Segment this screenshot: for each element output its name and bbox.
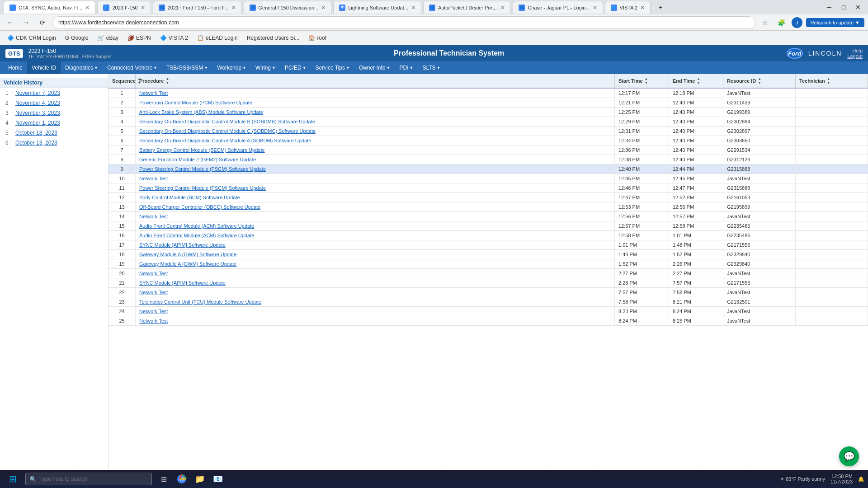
- procedure-link[interactable]: Power Steering Control Module (PSCM) Sof…: [139, 185, 266, 191]
- chat-button[interactable]: 💬: [839, 446, 859, 466]
- tab-close-lightning[interactable]: ✕: [411, 5, 415, 11]
- tab-chase[interactable]: 🔵 Chase - Jaguar PL - Login... ✕: [513, 1, 603, 14]
- sidebar-item-1[interactable]: 1 November 7, 2023: [0, 88, 108, 98]
- procedure-link[interactable]: Powertrain Control Module (PCM) Software…: [139, 100, 252, 105]
- procedure-link[interactable]: Gateway Module A (GWM) Software Update: [139, 261, 236, 267]
- restore-button[interactable]: □: [837, 1, 850, 14]
- procedure-link[interactable]: Network Test: [139, 90, 168, 96]
- sidebar-item-3[interactable]: 3 November 3, 2023: [0, 108, 108, 118]
- tab-lightning[interactable]: 🌩 Lightning Software Updat... ✕: [333, 1, 421, 14]
- tab-close-ota[interactable]: ✕: [85, 5, 90, 11]
- procedure-link[interactable]: Audio Front Control Module (ACM) Softwar…: [139, 233, 254, 238]
- sort-technician[interactable]: ▲▼: [827, 77, 830, 85]
- procedure-link[interactable]: Generic Function Module 2 (GFM2) Softwar…: [139, 157, 256, 162]
- sort-procedure[interactable]: ▲▼: [165, 77, 169, 85]
- sidebar-item-6[interactable]: 6 October 13, 2023: [0, 138, 108, 148]
- nav-connected-vehicle[interactable]: Connected Vehicle▼: [103, 61, 162, 74]
- procedure-link[interactable]: Network Test: [139, 214, 168, 219]
- procedure-link[interactable]: Gateway Module A (GWM) Software Update: [139, 252, 236, 257]
- tab-close-autoipacket[interactable]: ✕: [500, 5, 505, 11]
- procedure-link[interactable]: Secondary On-Board Diagnostic Control Mo…: [139, 119, 315, 124]
- close-button[interactable]: ✕: [852, 1, 864, 14]
- tab-close-vista2[interactable]: ✕: [640, 5, 645, 11]
- procedure-link[interactable]: Network Test: [139, 318, 168, 324]
- start-button[interactable]: ⊞: [4, 471, 22, 487]
- procedure-link[interactable]: Off-Board Charger Controller (OBCC) Soft…: [139, 204, 260, 210]
- tab-general[interactable]: 🔵 General F150 Discussion... ✕: [244, 1, 332, 14]
- taskbar-taskview[interactable]: ⊞: [156, 471, 172, 487]
- nav-home[interactable]: Home: [4, 61, 27, 74]
- taskbar-chrome[interactable]: [174, 471, 190, 487]
- procedure-link[interactable]: Network Test: [139, 309, 168, 314]
- tab-close-2023f150[interactable]: ✕: [141, 5, 145, 11]
- procedure-link[interactable]: SYNC Module [APIM] Software Update: [139, 280, 226, 286]
- col-resource-id[interactable]: Resource ID ▲▼: [723, 74, 796, 88]
- nav-vehicle-id[interactable]: Vehicle ID: [27, 61, 61, 74]
- nav-diagnostics[interactable]: Diagnostics▼: [61, 61, 103, 74]
- nav-tsb[interactable]: TSB/GSB/SSM▼: [162, 61, 212, 74]
- tab-2023f150[interactable]: 🔷 2023 F-150 ✕: [97, 1, 151, 14]
- notification-icon[interactable]: 🔔: [858, 476, 864, 482]
- nav-pced[interactable]: PC/ED▼: [280, 61, 311, 74]
- relaunch-button[interactable]: Relaunch to update ▼: [806, 18, 864, 27]
- sort-end-time[interactable]: ▲▼: [697, 77, 700, 85]
- nav-service-tips[interactable]: Service Tips▼: [311, 61, 354, 74]
- sidebar-item-2[interactable]: 2 November 4, 2023: [0, 98, 108, 108]
- bookmark-vista2[interactable]: 🔷 VISTA 2: [156, 34, 192, 42]
- tab-close-general[interactable]: ✕: [321, 5, 326, 11]
- bookmark-google[interactable]: G Google: [61, 34, 92, 42]
- procedure-link[interactable]: Network Test: [139, 290, 168, 295]
- tab-close-chase[interactable]: ✕: [593, 5, 597, 11]
- nav-wiring[interactable]: Wiring▼: [251, 61, 280, 74]
- sort-resource-id[interactable]: ▲▼: [758, 77, 761, 85]
- procedure-link[interactable]: Secondary On-Board Diagnostic Control Mo…: [139, 138, 311, 143]
- profile-button[interactable]: J: [792, 17, 802, 28]
- procedure-link[interactable]: Audio Front Control Module (ACM) Softwar…: [139, 223, 254, 229]
- bookmark-roof[interactable]: 🏠 roof: [305, 34, 330, 42]
- bookmark-elead[interactable]: 📋 eLEAD Login: [193, 34, 241, 42]
- procedure-link[interactable]: Network Test: [139, 271, 168, 276]
- procedure-link[interactable]: Secondary On-Board Diagnostic Control Mo…: [139, 128, 316, 134]
- bookmark-registered[interactable]: Registered Users Si...: [243, 34, 303, 42]
- taskbar-search-bar[interactable]: 🔍: [25, 473, 152, 485]
- col-sequence[interactable]: Sequence ▲▼: [108, 74, 136, 88]
- nav-pdi[interactable]: PDI▼: [395, 61, 418, 74]
- extensions-button[interactable]: 🧩: [775, 16, 788, 29]
- col-technician[interactable]: Technician ▲▼: [796, 74, 868, 88]
- sidebar-item-4[interactable]: 4 November 1, 2023: [0, 118, 108, 128]
- procedure-link[interactable]: Network Test: [139, 176, 168, 181]
- nav-workshop[interactable]: Workshop▼: [212, 61, 251, 74]
- tab-close-ford2021[interactable]: ✕: [231, 5, 236, 11]
- procedure-link[interactable]: Telematics Control Unit (TCU) Module Sof…: [139, 299, 261, 305]
- help-link[interactable]: Help: [852, 48, 863, 53]
- tab-ford2021[interactable]: 🔵 2021+ Ford F150 - Ford F... ✕: [153, 1, 242, 14]
- logout-link[interactable]: Logout: [847, 53, 863, 59]
- reload-button[interactable]: ⟳: [36, 16, 49, 29]
- procedure-link[interactable]: SYNC Module [APIM] Software Update: [139, 242, 226, 248]
- minimize-button[interactable]: ─: [823, 1, 835, 14]
- bookmark-cdk[interactable]: 🔷 CDK CRM Login: [4, 34, 60, 42]
- sort-start-time[interactable]: ▲▼: [645, 77, 648, 85]
- bookmark-ebay[interactable]: 🛒 eBay: [94, 34, 122, 42]
- procedure-link[interactable]: Body Control Module (BCM) Software Updat…: [139, 195, 240, 200]
- new-tab-button[interactable]: +: [654, 1, 667, 14]
- tab-vista2[interactable]: 🔷 VISTA 2 ✕: [605, 1, 651, 14]
- taskbar-explorer[interactable]: 📁: [192, 471, 208, 487]
- tab-autoipacket[interactable]: 🔵 AutoiPacket | Dealer Port... ✕: [423, 1, 511, 14]
- procedure-link[interactable]: Power Steering Control Module (PSCM) Sof…: [139, 166, 266, 172]
- forward-button[interactable]: →: [20, 16, 33, 29]
- sidebar-item-5[interactable]: 5 October 18, 2023: [0, 128, 108, 138]
- taskbar-search-input[interactable]: [39, 476, 148, 482]
- bookmark-star[interactable]: ☆: [759, 16, 772, 29]
- taskbar-outlook[interactable]: 📧: [210, 471, 226, 487]
- procedure-link[interactable]: Battery Energy Control Module (BECM) Sof…: [139, 147, 265, 153]
- procedure-link[interactable]: Anti-Lock Brake System (ABS) Module Soft…: [139, 109, 263, 115]
- tab-ota[interactable]: 🔷 OTA, SYNC, Audio, Nav, Fi... ✕: [4, 1, 95, 14]
- col-end-time[interactable]: End Time ▲▼: [669, 74, 723, 88]
- nav-owner-info[interactable]: Owner Info▼: [354, 61, 395, 74]
- bookmark-espn[interactable]: 🏈 ESPN: [124, 34, 155, 42]
- col-start-time[interactable]: Start Time ▲▼: [615, 74, 669, 88]
- address-bar[interactable]: [52, 16, 755, 29]
- col-procedure[interactable]: Procedure ▲▼: [136, 74, 615, 88]
- back-button[interactable]: ←: [4, 16, 16, 29]
